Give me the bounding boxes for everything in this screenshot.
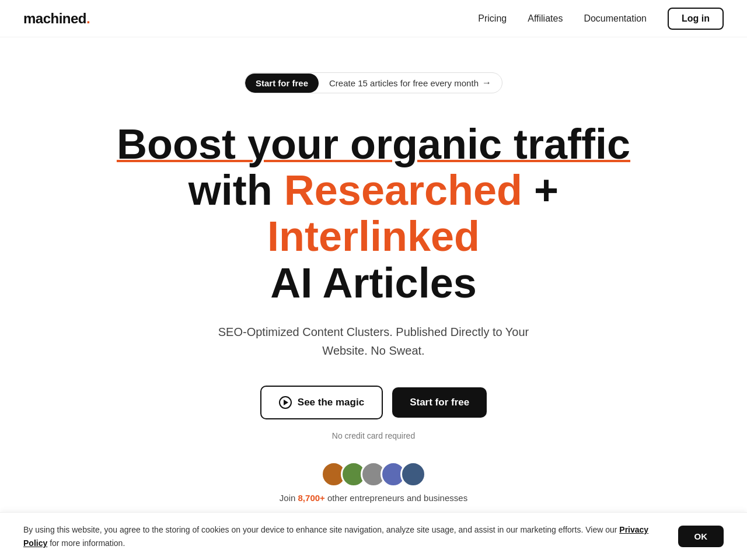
logo-dot: . — [86, 10, 90, 26]
cookie-ok-button[interactable]: OK — [678, 526, 724, 547]
hero-section: Start for free Create 15 articles for fr… — [0, 37, 747, 560]
headline-line3: AI Articles — [270, 260, 476, 306]
subheadline: SEO-Optimized Content Clusters. Publishe… — [210, 323, 537, 360]
cookie-banner: By using this website, you agree to the … — [0, 512, 747, 560]
nav-pricing[interactable]: Pricing — [478, 13, 507, 24]
banner-end: Create 15 articles for free every month … — [319, 73, 502, 93]
headline-researched: Researched — [284, 167, 522, 214]
nav-links: Pricing Affiliates Documentation Log in — [478, 8, 724, 30]
join-text: Join 8,700+ other entrepreneurs and busi… — [280, 493, 467, 503]
headline-line1: Boost your organic traffic — [117, 121, 630, 167]
nav-documentation[interactable]: Documentation — [584, 13, 647, 24]
login-button[interactable]: Log in — [668, 8, 724, 30]
headline-line2-pre: with — [189, 167, 284, 214]
banner-start[interactable]: Start for free — [245, 74, 319, 93]
avatar — [400, 461, 426, 487]
main-headline: Boost your organic traffic with Research… — [111, 121, 636, 306]
headline-interlinked: Interlinked — [267, 213, 480, 260]
headline-plus: + — [522, 167, 558, 214]
start-free-button[interactable]: Start for free — [392, 387, 487, 418]
see-magic-button[interactable]: See the magic — [260, 386, 383, 419]
banner-pill: Start for free Create 15 articles for fr… — [245, 72, 502, 93]
banner-arrow: → — [482, 78, 491, 88]
no-credit-text: No credit card required — [332, 431, 415, 440]
social-proof: Join 8,700+ other entrepreneurs and busi… — [280, 461, 467, 503]
nav-affiliates[interactable]: Affiliates — [528, 13, 563, 24]
cookie-text: By using this website, you agree to the … — [23, 523, 666, 550]
cta-buttons: See the magic Start for free — [260, 386, 487, 419]
avatar-group — [321, 461, 426, 487]
navbar: machined. Pricing Affiliates Documentati… — [0, 0, 747, 37]
play-icon — [279, 396, 292, 409]
logo[interactable]: machined. — [23, 10, 90, 27]
join-count: 8,700+ — [298, 493, 325, 503]
